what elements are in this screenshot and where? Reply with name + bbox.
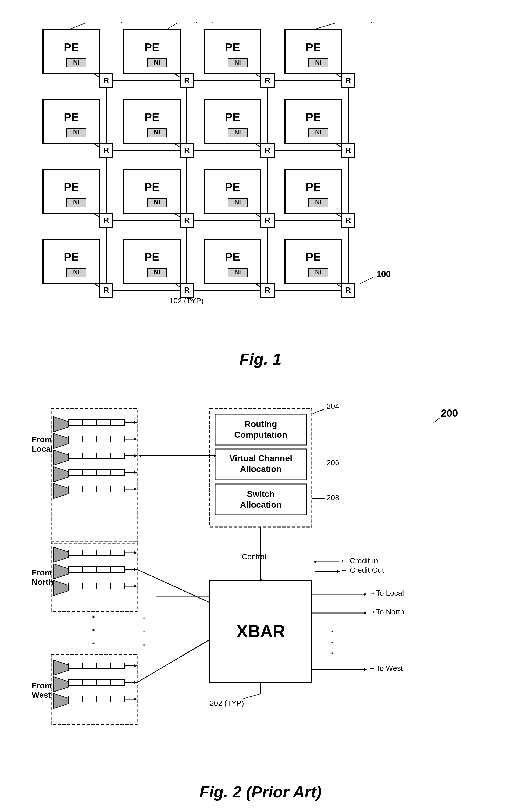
svg-text:→ Credit Out: → Credit Out: [340, 566, 384, 574]
svg-text:·: ·: [92, 610, 95, 624]
svg-text:PE: PE: [64, 41, 79, 53]
svg-text:Allocation: Allocation: [240, 500, 282, 510]
svg-rect-217: [96, 663, 111, 669]
svg-rect-223: [83, 679, 96, 685]
svg-marker-156: [54, 433, 69, 449]
svg-text:From: From: [32, 568, 52, 577]
svg-rect-232: [111, 696, 124, 702]
svg-rect-242: [215, 484, 307, 515]
svg-rect-216: [83, 663, 96, 669]
svg-rect-218: [111, 663, 124, 669]
svg-rect-230: [83, 696, 96, 702]
svg-text:202 (TYP): 202 (TYP): [210, 699, 244, 707]
svg-text:R: R: [265, 216, 270, 224]
svg-text:NI: NI: [154, 129, 160, 136]
svg-text:Routing: Routing: [245, 419, 277, 429]
svg-rect-164: [69, 453, 83, 459]
svg-marker-272: [364, 612, 367, 614]
svg-rect-150: [69, 420, 83, 425]
svg-marker-187: [54, 547, 69, 562]
svg-text:104 (TYP): 104 (TYP): [89, 22, 123, 23]
svg-text:R: R: [345, 146, 351, 154]
svg-text:NI: NI: [315, 268, 321, 276]
svg-text:NI: NI: [234, 129, 241, 136]
svg-marker-266: [337, 570, 340, 573]
svg-rect-173: [96, 470, 111, 475]
svg-rect-215: [69, 663, 83, 669]
svg-text:→To North: →To North: [368, 608, 404, 616]
fig1-container: PE NI PE NI PE NI PE NI: [0, 0, 521, 377]
page: PE NI PE NI PE NI PE NI: [0, 0, 521, 812]
svg-rect-195: [69, 566, 83, 572]
svg-rect-202: [69, 583, 83, 589]
svg-text:Virtual Channel: Virtual Channel: [229, 453, 292, 463]
fig2-prior-art-label: (Prior Art): [246, 783, 321, 801]
svg-text:206: 206: [326, 458, 339, 467]
svg-rect-152: [96, 420, 111, 425]
svg-text:Allocation: Allocation: [240, 464, 282, 474]
svg-rect-158: [83, 436, 96, 442]
svg-rect-179: [83, 486, 96, 492]
svg-text:PE: PE: [144, 41, 159, 53]
svg-text:208: 208: [326, 493, 339, 502]
svg-line-283: [137, 569, 209, 602]
svg-rect-198: [111, 566, 124, 572]
svg-text:R: R: [104, 146, 109, 154]
svg-text:106 (TYP): 106 (TYP): [180, 22, 214, 23]
svg-marker-263: [313, 561, 316, 563]
svg-text:From: From: [32, 681, 52, 690]
svg-rect-167: [111, 453, 124, 459]
svg-text:·: ·: [331, 625, 334, 637]
svg-rect-172: [83, 470, 96, 475]
svg-rect-157: [69, 436, 83, 442]
svg-line-136: [69, 23, 86, 29]
svg-rect-159: [96, 436, 111, 442]
svg-text:·: ·: [331, 646, 334, 658]
svg-text:From: From: [32, 435, 52, 444]
svg-text:NI: NI: [154, 198, 160, 206]
svg-marker-228: [54, 694, 69, 708]
svg-text:Local: Local: [32, 445, 53, 453]
svg-text:·: ·: [331, 636, 334, 648]
fig2-caption: Fig. 2 (Prior Art): [200, 783, 321, 801]
svg-rect-190: [96, 550, 111, 556]
svg-text:·: ·: [142, 611, 145, 623]
svg-text:← Credit In: ← Credit In: [340, 557, 378, 565]
svg-text:PE: PE: [225, 41, 240, 53]
svg-text:R: R: [104, 76, 109, 85]
svg-rect-166: [96, 453, 111, 459]
svg-text:Control: Control: [242, 552, 266, 561]
svg-marker-177: [54, 483, 69, 498]
svg-text:West: West: [32, 691, 51, 699]
svg-text:·: ·: [92, 623, 95, 637]
svg-text:R: R: [104, 216, 109, 224]
svg-text:→To West: →To West: [368, 664, 403, 673]
svg-marker-149: [54, 417, 69, 432]
svg-text:NI: NI: [234, 268, 241, 276]
svg-text:·: ·: [142, 638, 145, 650]
svg-marker-170: [54, 467, 69, 482]
svg-text:NI: NI: [234, 59, 241, 66]
svg-text:PE: PE: [305, 111, 321, 123]
svg-line-260: [242, 694, 261, 699]
svg-text:NI: NI: [73, 268, 80, 276]
svg-text:NI: NI: [234, 198, 241, 206]
svg-rect-224: [96, 679, 111, 685]
svg-text:North: North: [32, 578, 53, 586]
fig2-container: From Local: [0, 377, 521, 807]
svg-rect-222: [69, 679, 83, 685]
svg-rect-231: [96, 696, 111, 702]
svg-rect-151: [83, 420, 96, 425]
svg-text:R: R: [265, 146, 270, 154]
fig2-diagram: From Local: [22, 392, 495, 769]
svg-rect-196: [83, 566, 96, 572]
svg-rect-203: [83, 583, 96, 589]
svg-text:204: 204: [326, 402, 339, 410]
svg-line-140: [313, 23, 336, 29]
svg-text:NI: NI: [315, 59, 321, 66]
svg-rect-178: [69, 486, 83, 492]
svg-rect-188: [69, 550, 83, 556]
svg-marker-278: [364, 668, 367, 671]
svg-text:NI: NI: [154, 59, 160, 66]
svg-rect-204: [96, 583, 111, 589]
